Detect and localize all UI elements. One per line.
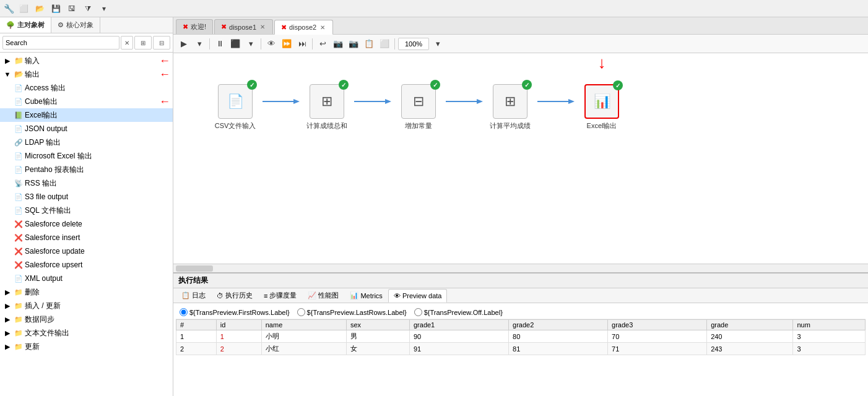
bottom-tab-perf[interactable]: 📈 性能图 xyxy=(302,289,344,303)
search-bar: ✕ ⊞ ⊟ xyxy=(0,33,173,53)
file-icon-access: 📄 xyxy=(14,83,24,93)
radio-first-rows[interactable]: ${TransPreview.FirstRows.Label} xyxy=(180,308,290,316)
tree-item-s3[interactable]: 📄 S3 file output xyxy=(0,190,173,204)
tree-item-pentaho[interactable]: 📄 Pentaho 报表输出 xyxy=(0,163,173,176)
radio-off[interactable]: ${TransPreview.Off.Label} xyxy=(414,308,503,316)
tab-dispose1-icon: ✖ xyxy=(221,23,227,31)
calc-sum-icon: ⊞ xyxy=(321,93,332,110)
tree-item-sql[interactable]: 📄 SQL 文件输出 xyxy=(0,204,173,217)
tree-item-sf-update[interactable]: ❌ Salesforce update xyxy=(0,244,173,258)
folder-icon-insert: ▶ xyxy=(2,301,12,311)
play-dropdown-btn[interactable]: ▾ xyxy=(193,37,206,51)
search-collapse-btn[interactable]: ⊟ xyxy=(153,36,170,50)
tree-item-input[interactable]: ▶ 输入 ← xyxy=(0,54,173,67)
tree-item-xml[interactable]: 📄 XML output xyxy=(0,272,173,285)
radio-last-rows[interactable]: ${TransPreview.LastRows.Label} xyxy=(297,308,407,316)
save-btn[interactable]: 💾 xyxy=(49,2,63,15)
bottom-tab-metrics[interactable]: 📊 Metrics xyxy=(344,289,388,303)
preview-btn[interactable]: 📷 xyxy=(331,37,345,51)
tree-item-datasync[interactable]: ▶ 📁 数据同步 xyxy=(0,312,173,326)
layers-btn[interactable]: ⧩ xyxy=(81,2,95,15)
file-icon-sf-insert: ❌ xyxy=(14,233,24,243)
table-row: 11小明男9080702403 xyxy=(176,330,866,343)
radio-last-rows-input[interactable] xyxy=(297,308,305,316)
bottom-tabs: 📋 日志 ⏱ 执行历史 ≡ 步骤度量 📈 性 xyxy=(173,288,868,303)
tree-item-sf-upsert[interactable]: ❌ Salesforce upsert xyxy=(0,258,173,272)
log-btn[interactable]: 📋 xyxy=(362,37,376,51)
node-calc-sum[interactable]: ⊞ ✓ 计算成绩总和 xyxy=(302,84,352,131)
col-name: name xyxy=(261,320,346,330)
tree-item-excel-output[interactable]: 📗 Excel输出 xyxy=(0,108,173,122)
tree-item-output[interactable]: ▼ 输出 ← xyxy=(0,67,173,81)
tree-item-ldap[interactable]: 🔗 LDAP 输出 xyxy=(0,136,173,149)
folder-insert: 📁 xyxy=(14,301,24,311)
bottom-tab-preview[interactable]: 👁 Preview data xyxy=(388,289,448,303)
bottom-tab-history[interactable]: ⏱ 执行历史 xyxy=(211,289,258,303)
stop-btn[interactable]: ⬛ xyxy=(228,37,242,51)
radio-off-input[interactable] xyxy=(414,308,422,316)
history-tab-icon: ⏱ xyxy=(217,292,224,299)
bottom-tab-steps[interactable]: ≡ 步骤度量 xyxy=(258,289,302,303)
folder-textfile: 📁 xyxy=(14,328,24,338)
table-cell: 1 xyxy=(216,330,261,343)
tree-item-sf-insert[interactable]: ❌ Salesforce insert xyxy=(0,231,173,244)
tree-item-json[interactable]: 📄 JSON output xyxy=(0,122,173,136)
save-as-btn[interactable]: 🖫 xyxy=(65,2,79,15)
tree-item-textfile[interactable]: ▶ 📁 文本文件输出 xyxy=(0,326,173,340)
table-cell: 2 xyxy=(216,343,261,355)
bottom-tab-log[interactable]: 📋 日志 xyxy=(176,289,211,303)
expand-icon-output: ▼ xyxy=(2,69,12,79)
search-options-btn[interactable]: ⊞ xyxy=(134,36,152,50)
radio-first-rows-input[interactable] xyxy=(180,308,188,316)
tab-dispose2[interactable]: ✖ dispose2 ✕ xyxy=(274,20,333,35)
search-input[interactable] xyxy=(2,36,119,50)
skip-btn[interactable]: ⏭ xyxy=(295,37,309,51)
fast-forward-btn[interactable]: ⏩ xyxy=(280,37,293,51)
tree-item-access[interactable]: 📄 Access 输出 xyxy=(0,81,173,95)
open-btn[interactable]: 📂 xyxy=(33,2,46,15)
frame-btn[interactable]: ⬜ xyxy=(378,37,391,51)
table-cell: 91 xyxy=(409,343,508,355)
search-clear-btn[interactable]: ✕ xyxy=(121,36,133,50)
app-icon: 🔧 xyxy=(4,4,14,14)
expand-icon: ▶ xyxy=(2,56,12,66)
zoom-dropdown-btn[interactable]: ▾ xyxy=(431,37,445,51)
add-const-icon: ⊟ xyxy=(413,93,424,110)
tab-dispose1[interactable]: ✖ dispose1 ✕ xyxy=(214,19,273,34)
file-icon-ldap: 🔗 xyxy=(14,137,24,147)
canvas-hscroll[interactable] xyxy=(173,264,868,272)
folder-icon-refresh: ▶ xyxy=(2,342,12,351)
node-add-const[interactable]: ⊟ ✓ 增加常量 xyxy=(394,84,443,131)
tab-welcome[interactable]: ✖ 欢迎! xyxy=(176,19,213,34)
pause-btn[interactable]: ⏸ xyxy=(213,37,227,51)
tab-dispose2-icon: ✖ xyxy=(281,24,287,32)
preview2-btn[interactable]: 📷 xyxy=(347,37,360,51)
tree-item-sf-delete[interactable]: ❌ Salesforce delete xyxy=(0,217,173,231)
preview-tab-icon: 👁 xyxy=(394,292,401,299)
tree-item-ms-excel[interactable]: 📄 Microsoft Excel 输出 xyxy=(0,149,173,163)
node-excel-output[interactable]: ↓ 📊 ✓ Excel输出 xyxy=(577,84,627,131)
stop-dropdown-btn[interactable]: ▾ xyxy=(244,37,258,51)
table-cell: 243 xyxy=(707,343,793,355)
arrow-4 xyxy=(537,95,575,108)
file-icon-cube: 📄 xyxy=(14,97,24,106)
eye-btn[interactable]: 👁 xyxy=(264,37,278,51)
tree-item-cube[interactable]: 📄 Cube输出 ← xyxy=(0,95,173,108)
dropdown-btn[interactable]: ▾ xyxy=(97,2,111,15)
node-csv-input[interactable]: 📄 ✓ CSV文件输入 xyxy=(210,84,260,131)
tree-item-insert-update[interactable]: ▶ 📁 插入 / 更新 xyxy=(0,299,173,312)
node-calc-avg[interactable]: ⊞ ✓ 计算平均成绩 xyxy=(485,84,535,131)
zoom-input[interactable] xyxy=(398,38,429,50)
rewind-btn[interactable]: ↩ xyxy=(316,37,329,51)
bottom-panel-header: 执行结果 xyxy=(173,273,868,288)
tree-item-rss[interactable]: 📡 RSS 输出 xyxy=(0,176,173,190)
tree-item-delete[interactable]: ▶ 📁 删除 xyxy=(0,285,173,299)
tab-core-object[interactable]: ⚙ 核心对象 xyxy=(51,17,100,33)
play-btn[interactable]: ▶ xyxy=(177,37,191,51)
tree-item-refresh[interactable]: ▶ 📁 更新 xyxy=(0,340,173,353)
tab-dispose1-close[interactable]: ✕ xyxy=(259,24,266,31)
file-icon-pentaho: 📄 xyxy=(14,165,24,174)
new-file-btn[interactable]: ⬜ xyxy=(17,2,30,15)
tab-dispose2-close[interactable]: ✕ xyxy=(319,24,326,31)
tab-main-tree[interactable]: 🌳 主对象树 xyxy=(0,17,51,33)
